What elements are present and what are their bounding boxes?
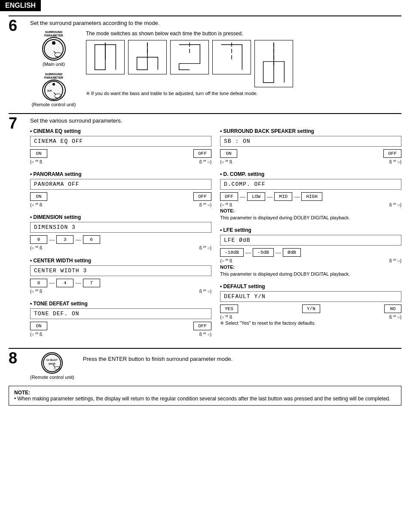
svg-text:CH SELECT: CH SELECT [46,360,58,362]
sb-on[interactable]: ON [220,149,237,158]
lfe-minus5db[interactable]: -5dB [253,248,273,257]
d-comp-arrows: (○ or ß ß or ○) [220,202,401,207]
svg-text:ENTER: ENTER [49,363,56,365]
step-6-title: Set the surround parameters according to… [30,20,401,26]
surround-back-display: SB : ON [220,136,401,147]
lfe-section: • LFE setting LFE ØdB -10dB ---- -5dB --… [220,227,401,276]
panorama-on[interactable]: ON [30,192,47,201]
sb-arrow-right: ß or ○) [389,159,401,164]
main-unit-knob [42,37,66,61]
col-left: • CINEMA EQ setting CINEMA EQ OFF ON OFF… [30,128,211,344]
default-arrow-right: ß or ○) [389,314,401,320]
lfe-title: • LFE setting [220,227,401,233]
lfe-minus10db[interactable]: -10dB [220,248,244,257]
cinema-eq-arrow-left: (○ or ß [30,159,42,164]
cinema-eq-on[interactable]: ON [30,149,47,158]
tone-defeat-display: TONE DEF. ON [30,308,211,319]
lfe-arrow-left: (○ or ß [220,258,232,263]
svg-text:SUR: SUR [47,89,52,92]
waveform-row [86,40,401,87]
default-yes[interactable]: YES [220,304,238,313]
lfe-arrow-right: ß or ○) [389,258,401,263]
section-6: 6 Set the surround parameters according … [9,15,401,109]
d-comp-note-text: This parameter is displayed during DOLBY… [220,215,401,220]
dimension-3[interactable]: 3 [56,235,73,244]
dimension-arrow-right: ß or ○) [199,245,211,250]
header-bar: ENGLISH [0,0,41,11]
step8-text: Press the ENTER button to finish surroun… [83,352,233,362]
surround-back-buttons: ON OFF [220,149,401,158]
step8-remote-label: (Remote control unit) [30,375,74,380]
bottom-note-text: • When making parameter settings, the di… [14,396,396,402]
sb-off[interactable]: OFF [383,149,401,158]
wave-5 [254,40,293,87]
center-width-section: • CENTER WIDTH setting CENTER WIDTH 3 0 … [30,258,211,294]
surround-label-1: SURROUNDPARAMETER [44,31,63,37]
panorama-display: PANORAMA OFF [30,179,211,190]
main-unit-label: (Main unit) [43,62,65,67]
center-width-4[interactable]: 4 [56,279,73,287]
d-comp-off[interactable]: OFF [220,192,238,201]
cinema-eq-arrow-right: ß or ○) [199,159,211,164]
dimension-display: DIMENSION 3 [30,222,211,233]
svg-point-1 [52,41,55,44]
d-comp-low[interactable]: LOW [247,192,265,201]
cinema-eq-arrows: (○ or ß ß or ○) [30,159,211,164]
svg-point-0 [44,40,63,58]
panorama-arrow-right: ß or ○) [199,202,211,207]
remote-unit-box: SURROUNDPARAMETER SUR (Remote c [32,73,76,108]
step6-bullet: The mode switches as shown below each ti… [86,31,401,37]
step-8-number: 8 [9,351,17,366]
surround-label-2: SURROUNDPARAMETER [44,73,63,79]
default-section: • DEFAULT setting DEFAULT Y/N YES Y/N NO… [220,283,401,326]
lfe-note-text: This parameter is displayed during DOLBY… [220,271,401,277]
main-unit-box: SURROUNDPARAMETER (Main unit) [42,31,66,68]
cinema-eq-display: CINEMA EQ OFF [30,136,211,147]
center-width-0[interactable]: 0 [30,279,47,287]
default-yn[interactable]: Y/N [302,304,320,313]
col-right: • SURROUND BACK SPEAKER setting SB : ON … [220,128,401,344]
d-comp-mid[interactable]: MID [274,192,292,201]
center-width-arrows: (○ or ß ß or ○) [30,288,211,294]
section-7: 7 Set the various surround parameters. •… [9,113,401,344]
center-width-7[interactable]: 7 [83,279,100,287]
tone-defeat-off[interactable]: OFF [193,322,211,330]
surround-back-arrows: (○ or ß ß or ○) [220,159,401,164]
step-7-title: Set the various surround parameters. [30,117,401,124]
surround-back-section: • SURROUND BACK SPEAKER setting SB : ON … [220,128,401,164]
panorama-section: • PANORAMA setting PANORAMA OFF ON OFF (… [30,171,211,207]
step6-note: ※ If you do want the bass and trable to … [86,91,401,96]
panorama-title: • PANORAMA setting [30,171,211,177]
tone-defeat-on[interactable]: ON [30,322,47,330]
default-buttons: YES Y/N NO [220,304,401,313]
default-arrows: (○ or ß ß or ○) [220,314,401,320]
bottom-note: NOTE: • When making parameter settings, … [9,386,401,406]
dimension-buttons: 0 ---- 3 ---- 6 [30,235,211,244]
dimension-6[interactable]: 6 [83,235,100,244]
d-comp-title: • D. COMP. setting [220,171,401,177]
default-no[interactable]: NO [384,304,401,313]
bottom-note-label: NOTE: [14,390,396,396]
enter-button-image: CH SELECT ENTER (Remote control unit) [30,352,74,381]
tone-defeat-buttons: ON OFF [30,322,211,330]
cinema-eq-off[interactable]: OFF [193,149,211,158]
lfe-display: LFE ØdB [220,235,401,246]
panorama-off[interactable]: OFF [193,192,211,201]
lfe-buttons: -10dB ---- -5dB ---- ØdB [220,248,401,257]
cinema-eq-section: • CINEMA EQ setting CINEMA EQ OFF ON OFF… [30,128,211,164]
d-comp-arrow-left: (○ or ß [220,202,232,207]
wave-1 [86,40,125,74]
default-note: ※ Select "Yes" to reset to the factory d… [220,320,401,326]
dimension-section: • DIMENSION setting DIMENSION 3 0 ---- 3… [30,214,211,250]
lfe-0db[interactable]: ØdB [283,248,301,257]
tone-defeat-title: • TONE DEFEAT setting [30,301,211,307]
dimension-0[interactable]: 0 [30,235,47,244]
center-width-arrow-right: ß or ○) [199,288,211,294]
wave-2 [128,40,167,74]
d-comp-note-label: NOTE: [220,208,401,213]
center-width-display: CENTER WIDTH 3 [30,265,211,276]
d-comp-high[interactable]: HIGH [301,192,322,201]
sb-arrow-left: (○ or ß [220,159,232,164]
cinema-eq-buttons: ON OFF [30,149,211,158]
wave-3 [170,40,209,74]
